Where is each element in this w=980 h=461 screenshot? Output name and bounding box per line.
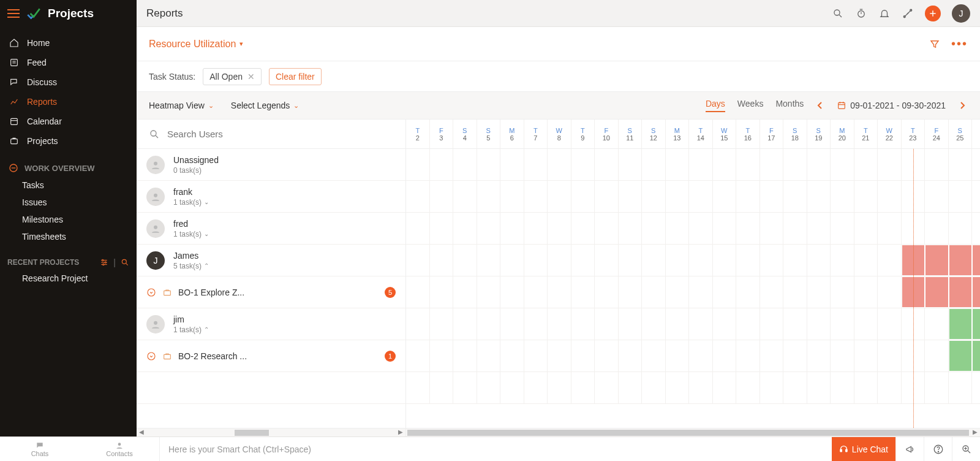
chevron-circle-icon[interactable] bbox=[146, 351, 156, 361]
nav-sub-timesheets[interactable]: Timesheets bbox=[0, 228, 137, 245]
search-icon[interactable] bbox=[832, 7, 844, 20]
zoom-days[interactable]: Days bbox=[706, 99, 725, 112]
svg-rect-3 bbox=[11, 118, 18, 124]
task-count: 0 task(s) bbox=[173, 166, 219, 175]
user-row[interactable]: fred1 task(s) ⌄ bbox=[137, 213, 405, 245]
svg-point-36 bbox=[154, 321, 157, 324]
svg-rect-40 bbox=[840, 449, 842, 452]
chevron-up-icon[interactable]: ⌃ bbox=[204, 326, 209, 333]
projects-icon bbox=[9, 136, 20, 146]
nav-projects[interactable]: Projects bbox=[0, 131, 137, 151]
nav-sub-tasks[interactable]: Tasks bbox=[0, 177, 137, 194]
day-header: M13 bbox=[666, 120, 690, 148]
svg-rect-41 bbox=[845, 449, 847, 452]
bell-icon[interactable] bbox=[878, 7, 891, 20]
user-row[interactable]: frank1 task(s) ⌄ bbox=[137, 181, 405, 213]
contacts-button[interactable]: Contacts bbox=[80, 437, 159, 461]
close-icon[interactable]: ✕ bbox=[247, 72, 255, 82]
date-range-picker[interactable]: 09-01-2021 - 09-30-2021 bbox=[837, 101, 946, 110]
app-title: Projects bbox=[48, 7, 94, 20]
task-row[interactable]: BO-2 Research ...1 bbox=[137, 340, 405, 372]
recent-project-item[interactable]: Research Project bbox=[0, 270, 137, 287]
horizontal-scrollbar[interactable]: ◀▶ ▶ bbox=[137, 428, 980, 436]
task-status-chip[interactable]: All Open ✕ bbox=[203, 68, 262, 85]
nav-home[interactable]: Home bbox=[0, 33, 137, 53]
day-header: F17 bbox=[760, 120, 784, 148]
chats-button[interactable]: Chats bbox=[0, 437, 80, 461]
chevron-down-icon[interactable]: ⌄ bbox=[204, 230, 209, 237]
hamburger-icon[interactable] bbox=[7, 9, 20, 18]
announce-icon[interactable] bbox=[895, 437, 924, 461]
tools-icon[interactable] bbox=[902, 7, 914, 20]
svg-point-12 bbox=[105, 262, 107, 263]
timer-icon[interactable] bbox=[855, 7, 867, 20]
report-type-dropdown[interactable]: Resource Utilization ▾ bbox=[149, 39, 243, 50]
nav-sub-milestones[interactable]: Milestones bbox=[0, 211, 137, 228]
legends-label: Select Legends bbox=[231, 101, 290, 110]
app-logo-icon bbox=[26, 6, 42, 21]
user-row[interactable]: JJames5 task(s) ⌃ bbox=[137, 245, 405, 276]
live-chat-button[interactable]: Live Chat bbox=[832, 437, 895, 461]
sidebar: Projects HomeFeedDiscussReportsCalendarP… bbox=[0, 0, 137, 436]
svg-point-33 bbox=[154, 225, 157, 229]
page-title: Reports bbox=[146, 7, 183, 20]
help-icon[interactable] bbox=[924, 437, 952, 461]
svg-point-39 bbox=[118, 443, 121, 446]
chevron-down-icon[interactable]: ⌄ bbox=[204, 199, 209, 205]
avatar bbox=[146, 188, 165, 206]
view-dropdown[interactable]: Heatmap View ⌄ bbox=[149, 101, 214, 110]
minus-circle-icon bbox=[9, 163, 18, 173]
user-name: James bbox=[173, 251, 209, 261]
svg-point-29 bbox=[151, 131, 156, 136]
svg-rect-38 bbox=[164, 354, 171, 359]
search-icon[interactable] bbox=[121, 258, 129, 267]
svg-point-34 bbox=[148, 289, 155, 296]
calendar-icon bbox=[837, 101, 846, 110]
sliders-icon[interactable] bbox=[100, 258, 108, 267]
task-count: 1 task(s) ⌄ bbox=[173, 198, 209, 207]
more-icon[interactable]: ••• bbox=[951, 37, 968, 51]
svg-line-17 bbox=[839, 14, 842, 17]
add-button[interactable] bbox=[925, 6, 941, 21]
user-avatar[interactable]: J bbox=[952, 4, 970, 23]
timeline-row bbox=[406, 308, 980, 340]
nav-sub-issues[interactable]: Issues bbox=[0, 194, 137, 211]
nav-label: Discuss bbox=[27, 77, 57, 87]
day-header: T2 bbox=[406, 120, 430, 148]
svg-rect-0 bbox=[11, 59, 18, 66]
nav-feed[interactable]: Feed bbox=[0, 53, 137, 72]
next-range-button[interactable] bbox=[957, 101, 968, 110]
nav-reports[interactable]: Reports bbox=[0, 92, 137, 112]
svg-rect-35 bbox=[164, 291, 171, 295]
user-row[interactable]: Unassigned0 task(s) bbox=[137, 149, 405, 181]
clear-filter-button[interactable]: Clear filter bbox=[269, 68, 322, 85]
calendar-icon bbox=[9, 116, 20, 126]
user-row[interactable]: jim1 task(s) ⌃ bbox=[137, 308, 405, 340]
resource-list: Unassigned0 task(s) frank1 task(s) ⌄fred… bbox=[137, 120, 406, 428]
prev-range-button[interactable] bbox=[815, 101, 826, 110]
timeline-row bbox=[406, 181, 980, 213]
nav-calendar[interactable]: Calendar bbox=[0, 112, 137, 131]
legends-dropdown[interactable]: Select Legends ⌄ bbox=[231, 101, 300, 110]
search-users-input[interactable] bbox=[167, 129, 393, 139]
day-header: S4 bbox=[453, 120, 477, 148]
work-overview-header[interactable]: WORK OVERVIEW bbox=[0, 157, 137, 177]
smart-chat-input[interactable]: Here is your Smart Chat (Ctrl+Space) bbox=[159, 437, 832, 461]
filter-label: Task Status: bbox=[149, 72, 195, 82]
day-header: T9 bbox=[571, 120, 595, 148]
zoom-months[interactable]: Months bbox=[775, 99, 804, 112]
date-range-label: 09-01-2021 - 09-30-2021 bbox=[850, 101, 946, 110]
zoom-weeks[interactable]: Weeks bbox=[737, 99, 764, 112]
svg-point-16 bbox=[834, 10, 840, 15]
filter-icon[interactable] bbox=[929, 39, 940, 50]
chevron-up-icon[interactable]: ⌃ bbox=[204, 262, 209, 269]
task-row[interactable]: BO-1 Explore Z...5 bbox=[137, 276, 405, 308]
svg-rect-25 bbox=[839, 102, 845, 109]
svg-line-30 bbox=[156, 135, 158, 137]
view-label: Heatmap View bbox=[149, 101, 205, 110]
chevron-circle-icon[interactable] bbox=[146, 288, 156, 297]
zoom-icon[interactable] bbox=[952, 437, 980, 461]
search-icon bbox=[149, 129, 160, 140]
nav-discuss[interactable]: Discuss bbox=[0, 72, 137, 92]
empty-row bbox=[137, 372, 405, 404]
